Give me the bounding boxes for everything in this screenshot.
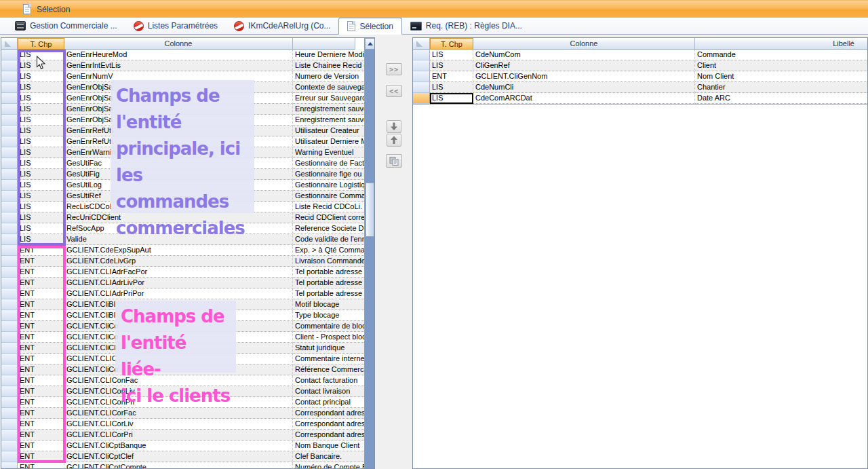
row-selector[interactable]	[1, 115, 18, 126]
row-selector[interactable]	[1, 104, 18, 115]
type-cell[interactable]: LIS	[18, 71, 64, 82]
table-row[interactable]: ENTGCLIENT.CLIAdrLivPorTel portable adre…	[1, 278, 364, 288]
table-row[interactable]: ENTGCLIENT.CLICCommentaire interne	[1, 354, 364, 364]
label-cell[interactable]: Commentaire interne	[293, 354, 366, 364]
label-cell[interactable]: Code validite de l'enregi	[293, 234, 366, 245]
table-row[interactable]: LISGesUtiFigGestionnaire fige ou nor	[1, 169, 364, 180]
column-cell[interactable]: GCLIENT.CLIConPri	[64, 397, 293, 408]
row-selector[interactable]	[1, 256, 18, 267]
row-selector[interactable]	[1, 180, 18, 191]
table-row[interactable]: ENTGCLIENT.CdeLivGrpLivraison Commande G…	[1, 256, 364, 267]
table-row[interactable]: ENTGCLIENT.CdeExpSupAutExp. > à Qté Comm…	[1, 245, 364, 256]
column-cell[interactable]: GenEnrRefUti	[64, 126, 293, 136]
label-cell[interactable]: Liste Recid CDCoLi.	[293, 202, 366, 212]
column-cell[interactable]: CdeNumCli	[473, 82, 695, 93]
label-cell[interactable]: Contact livraison	[293, 386, 366, 397]
type-cell[interactable]: ENT	[18, 440, 64, 451]
table-row[interactable]: LISRecLisCDCoLListe Recid CDCoLi.	[1, 202, 364, 212]
select-all-corner[interactable]	[1, 38, 18, 50]
table-row[interactable]: ENTGCLIENT.CliCoClient - Prospect bloqué	[1, 332, 364, 343]
type-cell[interactable]: ENT	[18, 462, 64, 469]
tab-gestion-commerciale[interactable]: Gestion Commerciale ...	[7, 18, 125, 34]
move-right-button[interactable]: >>	[386, 63, 402, 75]
table-row[interactable]: ENTGCLIENT.CliGenNomNom Client	[413, 71, 867, 82]
column-cell[interactable]: GCLIENT.CLIAdrPriPor	[64, 288, 293, 299]
column-cell[interactable]: GesUtiRef	[64, 191, 293, 202]
column-cell[interactable]: GCLIENT.CLICorLiv	[64, 419, 293, 430]
row-selector[interactable]	[413, 71, 430, 82]
type-cell[interactable]: ENT	[18, 256, 64, 267]
table-row[interactable]: LISGesUtiLogGestionnaire Logistique	[1, 180, 364, 191]
type-cell[interactable]: LIS	[18, 104, 64, 115]
left-table-scrollbar[interactable]	[364, 38, 374, 468]
row-selector[interactable]	[413, 60, 430, 71]
type-cell[interactable]: ENT	[18, 397, 64, 408]
row-selector[interactable]	[1, 136, 18, 147]
label-cell[interactable]: Recid CDClient correspo	[293, 212, 366, 223]
move-left-button[interactable]: <<	[386, 85, 402, 97]
row-selector[interactable]	[1, 234, 18, 245]
row-selector[interactable]	[413, 82, 430, 93]
right-header-column[interactable]: Colonne	[473, 38, 695, 50]
type-cell[interactable]: ENT	[18, 430, 64, 440]
row-selector[interactable]	[1, 430, 18, 440]
scrollbar-thumb[interactable]	[366, 183, 374, 237]
table-row[interactable]: LISGesUtiRefGestionnaire Commande	[1, 191, 364, 202]
label-cell[interactable]: Motif blocage	[293, 299, 366, 310]
column-cell[interactable]: RecLisCDCoL	[64, 202, 293, 212]
label-cell[interactable]: Référence Commercial	[293, 364, 366, 375]
table-row[interactable]: ENTGCLIENT.CliClStatut juridique	[1, 343, 364, 354]
type-cell[interactable]: ENT	[18, 364, 64, 375]
row-selector[interactable]	[1, 245, 18, 256]
row-selector[interactable]	[1, 60, 18, 71]
label-cell[interactable]: Nom Banque Client	[293, 440, 366, 451]
tab-req-reb-r-gles-dia[interactable]: Req. (REB) : Règles DIA...	[402, 18, 530, 34]
label-cell[interactable]: Reference Societe Diap	[293, 223, 366, 234]
column-cell[interactable]: CdeComARCDat	[473, 93, 695, 104]
scroll-up-button[interactable]	[365, 38, 375, 50]
row-selector[interactable]	[413, 50, 430, 60]
move-down-button[interactable]	[387, 120, 401, 133]
row-selector[interactable]	[1, 288, 18, 299]
label-cell[interactable]: Warning Eventuel	[293, 147, 366, 158]
label-cell[interactable]: Gestionnaire Commande	[293, 191, 366, 202]
table-row[interactable]: LISCdeComARCDatDate ARC	[413, 93, 867, 104]
type-cell[interactable]: LIS	[430, 93, 473, 104]
column-cell[interactable]: GenEnrRefUti	[64, 136, 293, 147]
type-cell[interactable]: LIS	[18, 147, 64, 158]
label-cell[interactable]: Numéro de Compte Ban	[293, 462, 366, 469]
type-cell[interactable]: ENT	[18, 310, 64, 321]
table-row[interactable]: LISGenEnrRefUtiUtilisateur Derniere Mod	[1, 136, 364, 147]
type-cell[interactable]: ENT	[18, 245, 64, 256]
table-row[interactable]: LISCdeNumCliChantier	[413, 82, 867, 93]
label-cell[interactable]: Gestionnaire de Factura	[293, 158, 366, 169]
row-selector[interactable]	[1, 386, 18, 397]
table-row[interactable]: LISValideCode validite de l'enregi	[1, 234, 364, 245]
type-cell[interactable]: LIS	[430, 60, 473, 71]
type-cell[interactable]: ENT	[18, 299, 64, 310]
column-cell[interactable]: GCLIENT.CdeLivGrp	[64, 256, 293, 267]
tab-ikmcdearelurg-co[interactable]: IKmCdeARelUrg (Co...	[226, 18, 338, 34]
table-row[interactable]: LISGesUtiFacGestionnaire de Factura	[1, 158, 364, 169]
row-selector[interactable]	[1, 126, 18, 136]
column-cell[interactable]: CliGenRef	[473, 60, 695, 71]
table-row[interactable]: LISGenEnrObjSaEnregistrement sauvega	[1, 104, 364, 115]
row-selector[interactable]	[413, 93, 430, 104]
row-selector[interactable]	[1, 397, 18, 408]
row-selector[interactable]	[1, 158, 18, 169]
type-cell[interactable]: LIS	[18, 180, 64, 191]
type-cell[interactable]: ENT	[18, 321, 64, 332]
type-cell[interactable]: ENT	[18, 354, 64, 364]
row-selector[interactable]	[1, 332, 18, 343]
column-cell[interactable]: GCLIENT.CdeExpSupAut	[64, 245, 293, 256]
type-cell[interactable]: LIS	[430, 82, 473, 93]
table-row[interactable]: LISCdeNumComCommande	[413, 50, 867, 60]
type-cell[interactable]: LIS	[18, 191, 64, 202]
label-cell[interactable]: Livraison Commande Gr	[293, 256, 366, 267]
table-row[interactable]: LISGenEnrObjSaContexte de sauvegarde	[1, 82, 364, 93]
label-cell[interactable]: Exp. > à Qté Commandé	[293, 245, 366, 256]
label-cell[interactable]: Correspondant adresse	[293, 430, 366, 440]
label-cell[interactable]: Tel portable adresse livr	[293, 278, 366, 288]
table-row[interactable]: ENTGCLIENT.CliBlMotif blocage	[1, 299, 364, 310]
table-row[interactable]: ENTGCLIENT.CLIConFacContact facturation	[1, 375, 364, 386]
